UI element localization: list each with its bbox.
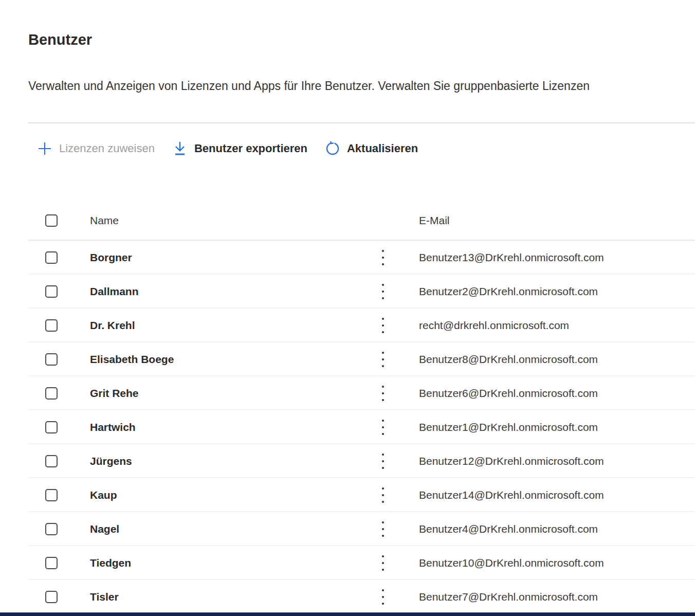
user-name: Jürgens <box>90 455 362 467</box>
user-name: Elisabeth Boege <box>90 353 362 366</box>
user-email: Benutzer10@DrKrehl.onmicrosoft.com <box>419 557 604 569</box>
toolbar: Lizenzen zuweisen Benutzer exportieren A… <box>37 137 695 160</box>
more-actions-button[interactable] <box>362 484 404 506</box>
column-header-email[interactable]: E-Mail <box>419 214 450 227</box>
table-row[interactable]: Elisabeth Boege Benutzer8@DrKrehl.onmicr… <box>0 342 695 376</box>
more-actions-button[interactable] <box>362 518 404 540</box>
page-description: Verwalten und Anzeigen von Lizenzen und … <box>28 78 695 94</box>
user-name: Kaup <box>90 489 362 501</box>
table-row[interactable]: Grit Rehe Benutzer6@DrKrehl.onmicrosoft.… <box>0 376 695 410</box>
export-users-label: Benutzer exportieren <box>194 142 307 155</box>
user-email: Benutzer14@DrKrehl.onmicrosoft.com <box>419 489 604 501</box>
user-table: Name E-Mail Borgner Benutzer13@DrKrehl.o… <box>0 201 695 614</box>
more-actions-button[interactable] <box>362 246 404 269</box>
row-checkbox[interactable] <box>45 251 58 264</box>
bottom-navy-bar <box>0 612 695 616</box>
table-row[interactable]: Dallmann Benutzer2@DrKrehl.onmicrosoft.c… <box>0 275 695 309</box>
table-row[interactable]: Tiedgen Benutzer10@DrKrehl.onmicrosoft.c… <box>0 546 695 580</box>
table-row[interactable]: Dr. Krehl recht@drkrehl.onmicrosoft.com <box>0 309 695 342</box>
row-checkbox[interactable] <box>45 455 58 467</box>
table-row[interactable]: Nagel Benutzer4@DrKrehl.onmicrosoft.com <box>0 512 695 546</box>
table-row[interactable]: Jürgens Benutzer12@DrKrehl.onmicrosoft.c… <box>0 444 695 478</box>
toolbar-top-divider <box>28 122 695 123</box>
export-users-button[interactable]: Benutzer exportieren <box>172 140 307 157</box>
more-actions-button[interactable] <box>362 348 404 371</box>
select-all-checkbox[interactable] <box>45 214 58 227</box>
more-actions-button[interactable] <box>362 382 404 405</box>
more-actions-button[interactable] <box>362 552 404 574</box>
table-body: Borgner Benutzer13@DrKrehl.onmicrosoft.c… <box>0 241 695 614</box>
refresh-button[interactable]: Aktualisieren <box>325 140 418 157</box>
user-email: Benutzer7@DrKrehl.onmicrosoft.com <box>419 591 598 603</box>
user-name: Dr. Krehl <box>90 319 362 332</box>
user-email: Benutzer1@DrKrehl.onmicrosoft.com <box>419 421 598 433</box>
table-row[interactable]: Hartwich Benutzer1@DrKrehl.onmicrosoft.c… <box>0 410 695 444</box>
table-row[interactable]: Tisler Benutzer7@DrKrehl.onmicrosoft.com <box>0 580 695 614</box>
table-header-row: Name E-Mail <box>0 201 695 241</box>
table-row[interactable]: Borgner Benutzer13@DrKrehl.onmicrosoft.c… <box>0 241 695 275</box>
user-name: Grit Rehe <box>90 387 362 400</box>
page-title: Benutzer <box>28 30 695 49</box>
more-actions-button[interactable] <box>362 416 404 439</box>
user-name: Hartwich <box>90 421 362 433</box>
row-checkbox[interactable] <box>45 489 58 501</box>
user-email: Benutzer12@DrKrehl.onmicrosoft.com <box>419 455 604 467</box>
user-email: Benutzer6@DrKrehl.onmicrosoft.com <box>419 387 598 400</box>
user-email: Benutzer2@DrKrehl.onmicrosoft.com <box>419 285 598 298</box>
refresh-label: Aktualisieren <box>347 142 418 155</box>
row-checkbox[interactable] <box>45 319 58 332</box>
user-email: Benutzer4@DrKrehl.onmicrosoft.com <box>419 523 598 535</box>
users-page: Benutzer Verwalten und Anzeigen von Lize… <box>0 0 695 616</box>
row-checkbox[interactable] <box>45 353 58 366</box>
row-checkbox[interactable] <box>45 421 58 433</box>
more-actions-button[interactable] <box>362 586 404 608</box>
download-icon <box>172 140 188 157</box>
user-email: Benutzer8@DrKrehl.onmicrosoft.com <box>419 353 598 366</box>
user-name: Nagel <box>90 523 362 535</box>
row-checkbox[interactable] <box>45 523 58 535</box>
user-name: Tisler <box>90 591 362 603</box>
more-actions-button[interactable] <box>362 314 404 337</box>
row-checkbox[interactable] <box>45 557 58 569</box>
more-actions-button[interactable] <box>362 450 404 473</box>
user-email: Benutzer13@DrKrehl.onmicrosoft.com <box>419 251 604 264</box>
user-name: Tiedgen <box>90 557 362 569</box>
refresh-icon <box>325 140 340 157</box>
table-row[interactable]: Kaup Benutzer14@DrKrehl.onmicrosoft.com <box>0 478 695 512</box>
row-checkbox[interactable] <box>45 387 58 400</box>
column-header-name[interactable]: Name <box>90 214 362 227</box>
user-name: Borgner <box>90 251 362 264</box>
row-checkbox[interactable] <box>45 591 58 603</box>
assign-licenses-button[interactable]: Lizenzen zuweisen <box>37 140 155 157</box>
assign-licenses-label: Lizenzen zuweisen <box>59 142 155 155</box>
user-name: Dallmann <box>90 285 362 298</box>
row-checkbox[interactable] <box>45 285 58 298</box>
more-actions-button[interactable] <box>362 280 404 303</box>
user-email: recht@drkrehl.onmicrosoft.com <box>419 319 569 332</box>
plus-icon <box>37 140 52 157</box>
